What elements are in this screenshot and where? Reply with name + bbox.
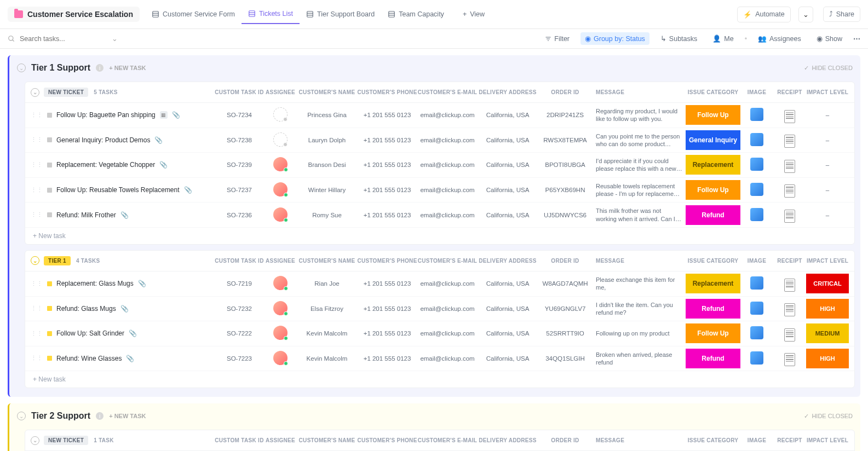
address-cell[interactable]: California, USA (478, 112, 538, 118)
receipt-icon[interactable] (784, 303, 795, 316)
address-cell[interactable]: California, USA (478, 161, 538, 168)
receipt-icon[interactable] (784, 135, 795, 148)
image-thumb-icon[interactable] (750, 351, 763, 365)
task-title[interactable]: Refund: Wine Glasses (56, 355, 122, 362)
assignee-avatar[interactable] (273, 157, 288, 171)
info-icon[interactable]: i (96, 64, 104, 72)
drag-handle-icon[interactable]: ⋮⋮ (31, 161, 43, 169)
task-title[interactable]: Replacement: Glass Mugs (56, 280, 134, 287)
assignee-cell[interactable] (264, 132, 297, 148)
order-cell[interactable]: 52SRRTT9IO (538, 330, 593, 337)
status-square-icon[interactable] (47, 356, 52, 361)
customer-name-cell[interactable]: Romy Sue (297, 212, 357, 218)
order-cell[interactable]: 34QQ1SLGIH (538, 355, 593, 362)
image-thumb-icon[interactable] (750, 326, 763, 339)
task-title[interactable]: Follow Up: Reusable Towels Replacement (56, 186, 180, 194)
assignee-cell[interactable] (264, 157, 297, 172)
email-cell[interactable]: email@clickup.com (417, 112, 478, 118)
category-cell[interactable]: Refund (686, 303, 740, 314)
message-cell[interactable]: I didn't like the item. Can you refund m… (593, 301, 686, 317)
receipt-cell[interactable] (773, 326, 806, 342)
task-id-cell[interactable]: SO-7239 (215, 161, 264, 168)
customer-name-cell[interactable]: Kevin Malcolm (297, 355, 357, 362)
chevron-down-icon[interactable]: ⌄ (112, 34, 118, 43)
drag-handle-icon[interactable]: ⋮⋮ (31, 136, 43, 143)
drag-handle-icon[interactable]: ⋮⋮ (31, 112, 43, 119)
me-button[interactable]: 👤 Me (708, 32, 738, 45)
add-view-button[interactable]: + View (456, 5, 491, 24)
status-square-icon[interactable] (47, 188, 52, 193)
hide-closed-button[interactable]: ✓HIDE CLOSED (804, 65, 853, 72)
view-tab[interactable]: Tickets List (242, 4, 300, 24)
email-cell[interactable]: email@clickup.com (417, 330, 478, 337)
address-cell[interactable]: California, USA (478, 187, 538, 193)
assignee-avatar[interactable] (273, 276, 288, 290)
status-pill[interactable]: NEW TICKET (44, 436, 88, 445)
attachment-icon[interactable]: 📎 (120, 211, 129, 219)
more-icon[interactable]: ⋯ (853, 34, 860, 43)
message-cell[interactable]: Regarding my product, I would like to fo… (593, 107, 686, 123)
attachment-icon[interactable]: 📎 (120, 305, 129, 313)
image-thumb-icon[interactable] (750, 302, 763, 315)
customer-name-cell[interactable]: Kevin Malcolm (297, 330, 357, 337)
customer-name-cell[interactable]: Rian Joe (297, 280, 357, 287)
status-square-icon[interactable] (47, 306, 52, 311)
phone-cell[interactable]: +1 201 555 0123 (357, 280, 417, 287)
phone-cell[interactable]: +1 201 555 0123 (357, 212, 417, 218)
address-cell[interactable]: California, USA (478, 212, 538, 218)
drag-handle-icon[interactable]: ⋮⋮ (31, 211, 43, 218)
automate-dropdown[interactable]: ⌄ (798, 7, 813, 22)
assignee-avatar-empty[interactable] (273, 107, 288, 122)
image-thumb-icon[interactable] (750, 183, 763, 196)
receipt-cell[interactable] (773, 182, 806, 198)
drag-handle-icon[interactable]: ⋮⋮ (31, 305, 43, 312)
status-square-icon[interactable] (47, 212, 52, 217)
task-id-cell[interactable]: SO-7237 (215, 187, 264, 193)
receipt-cell[interactable] (773, 132, 806, 148)
show-button[interactable]: ◉ Show (812, 32, 847, 45)
status-square-icon[interactable] (47, 281, 52, 286)
task-id-cell[interactable]: SO-7238 (215, 137, 264, 143)
message-cell[interactable]: Can you point me to the person who can d… (593, 132, 686, 148)
new-task-link[interactable]: + NEW TASK (109, 65, 146, 71)
subtask-icon[interactable]: ▦ (160, 111, 168, 119)
task-id-cell[interactable]: SO-7234 (215, 112, 264, 118)
status-pill[interactable]: TIER 1 (44, 256, 71, 265)
message-cell[interactable]: I'd appreciate it if you could please re… (593, 157, 686, 173)
category-cell[interactable]: Follow Up (686, 109, 740, 120)
email-cell[interactable]: email@clickup.com (417, 305, 478, 312)
order-cell[interactable]: RWSX8TEMPA (538, 137, 593, 143)
image-cell[interactable] (740, 158, 773, 172)
email-cell[interactable]: email@clickup.com (417, 280, 478, 287)
image-thumb-icon[interactable] (750, 108, 763, 121)
assignee-avatar[interactable] (273, 351, 288, 365)
email-cell[interactable]: email@clickup.com (417, 212, 478, 218)
attachment-icon[interactable]: 📎 (159, 161, 168, 169)
receipt-icon[interactable] (784, 184, 795, 198)
category-cell[interactable]: Refund (686, 210, 740, 221)
category-cell[interactable]: Refund (686, 353, 740, 364)
image-cell[interactable] (740, 208, 773, 222)
address-cell[interactable]: California, USA (478, 280, 538, 287)
collapse-icon[interactable]: ⌄ (17, 412, 26, 420)
collapse-icon[interactable]: ⌄ (31, 436, 39, 445)
attachment-icon[interactable]: 📎 (126, 355, 134, 362)
email-cell[interactable]: email@clickup.com (417, 161, 478, 168)
attachment-icon[interactable]: 📎 (154, 136, 163, 144)
status-pill[interactable]: NEW TICKET (44, 88, 88, 97)
task-id-cell[interactable]: SO-7219 (215, 280, 264, 287)
customer-name-cell[interactable]: Lauryn Dolph (297, 137, 357, 143)
image-cell[interactable] (740, 108, 773, 122)
category-cell[interactable]: General Inquiry (686, 135, 740, 146)
assignee-cell[interactable] (264, 326, 297, 341)
customer-name-cell[interactable]: Branson Desi (297, 161, 357, 168)
collapse-icon[interactable]: ⌄ (31, 88, 39, 97)
share-button[interactable]: ⤴ Share (823, 7, 860, 22)
receipt-cell[interactable] (773, 207, 806, 223)
attachment-icon[interactable]: 📎 (138, 280, 146, 287)
automate-button[interactable]: ⚡ Automate (737, 7, 791, 22)
assignee-avatar[interactable] (273, 182, 288, 196)
impact-cell[interactable]: – (806, 187, 849, 193)
assignees-button[interactable]: 👥 Assignees (754, 32, 806, 45)
assignee-avatar-empty[interactable] (273, 132, 288, 147)
